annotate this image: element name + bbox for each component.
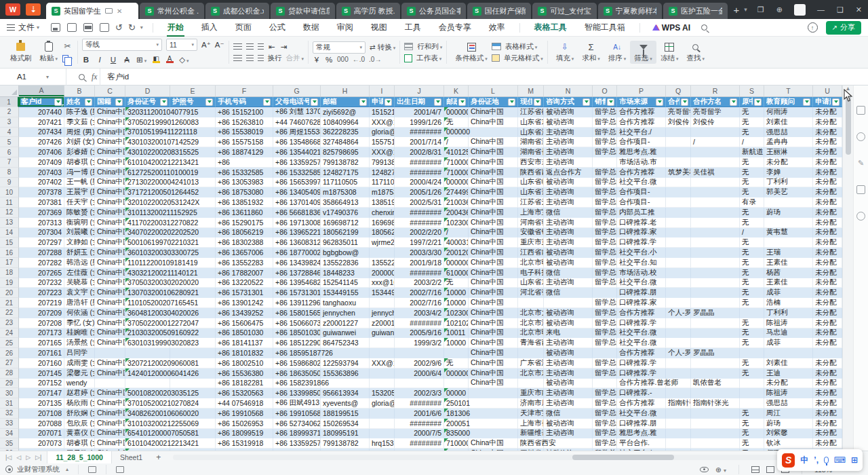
cell[interactable]: 被动咨询	[544, 248, 593, 258]
cell[interactable]: China中国	[469, 338, 518, 348]
cell[interactable]: ########	[395, 318, 444, 328]
filter-dropdown-icon[interactable]	[205, 98, 213, 106]
cell[interactable]: 留学总经办	[593, 429, 617, 439]
cell[interactable]: 合作方推荐	[617, 398, 666, 408]
row-number[interactable]: 6	[0, 147, 19, 157]
cell[interactable]: 10000	[444, 338, 469, 348]
cell[interactable]	[370, 408, 395, 419]
cell[interactable]: +44 07546918	[216, 398, 273, 408]
cell[interactable]	[691, 147, 740, 157]
cell[interactable]: +86 1360831276	[273, 238, 321, 248]
cell[interactable]: 135522836	[370, 258, 395, 268]
cell[interactable]	[691, 328, 740, 339]
cell[interactable]: 刘紫馨	[764, 429, 813, 439]
cell[interactable]: jennychen	[370, 308, 395, 318]
column-header-P[interactable]: P	[617, 86, 666, 96]
cell[interactable]: +86 18501030	[216, 328, 273, 339]
cell[interactable]: 留学总经办	[593, 318, 617, 328]
filter-dropdown-icon[interactable]	[85, 98, 92, 106]
cell[interactable]: 207223	[19, 288, 64, 298]
cell[interactable]: 未分配	[813, 419, 842, 429]
cell[interactable]: 陈敏赟 (女	[64, 208, 95, 218]
header-cell[interactable]: 市场来源	[617, 97, 666, 107]
cell[interactable]: China中国	[469, 318, 518, 328]
cell[interactable]: 153205635	[370, 388, 395, 398]
header-cell[interactable]: 姓名	[64, 97, 95, 107]
board-icon[interactable]	[88, 466, 96, 473]
cell[interactable]: +86 1877000215	[273, 248, 321, 258]
doc-tab[interactable]: S高学历 教授.xlsx	[336, 3, 401, 19]
freeze-button[interactable]: 冻结▾	[656, 41, 683, 64]
cell[interactable]: 2002/8/31	[395, 147, 444, 157]
cell[interactable]: 188199515	[321, 408, 370, 419]
cell[interactable]: 2005/1/26	[395, 187, 444, 197]
align-top-icon[interactable]	[233, 43, 242, 50]
header-cell[interactable]: 客户id	[19, 97, 64, 107]
cell[interactable]: 留学总经办	[593, 438, 617, 449]
cell[interactable]	[691, 258, 740, 268]
cell[interactable]: 刘素佳	[764, 358, 813, 368]
cell[interactable]: 被动咨询	[544, 178, 593, 188]
header-cell[interactable]: 身份证地	[469, 97, 518, 107]
cell[interactable]: 207108	[19, 408, 64, 419]
cell[interactable]	[691, 157, 740, 168]
first-sheet-icon[interactable]: |◁	[5, 454, 12, 461]
cell[interactable]: 未分配	[813, 178, 842, 188]
cell[interactable]: +86 15606475	[216, 318, 273, 328]
cell[interactable]: 来电	[544, 328, 593, 339]
cell[interactable]: 153449155	[321, 288, 370, 298]
cell[interactable]: 未分配	[813, 208, 842, 218]
cell[interactable]: 冯一博 (男	[64, 168, 95, 178]
cell[interactable]: 2001/4/7	[395, 107, 444, 117]
column-header-S[interactable]: S	[740, 86, 764, 96]
cell[interactable]: z20001227	[321, 318, 370, 328]
wps-logo-icon[interactable]: W	[5, 3, 20, 16]
cell[interactable]: 358664913	[321, 197, 370, 208]
cell[interactable]	[691, 178, 740, 188]
cell[interactable]: 207161	[19, 348, 64, 358]
cell[interactable]: 成雨雯 (女	[64, 358, 95, 368]
cell[interactable]: 207381	[19, 197, 64, 208]
cell[interactable]: 任天宇 (女	[64, 197, 95, 208]
cell[interactable]: 成菲	[764, 338, 813, 348]
add-sheet-button[interactable]: +	[151, 453, 166, 462]
cell[interactable]: 无	[444, 117, 469, 128]
cell[interactable]: China中国	[469, 298, 518, 308]
cell[interactable]: 丁利利	[764, 308, 813, 318]
cell[interactable]	[370, 298, 395, 308]
column-header-B[interactable]: B	[64, 86, 95, 96]
row-number[interactable]: 27	[0, 358, 19, 368]
avatar[interactable]	[794, 4, 806, 16]
cell[interactable]: 济南市历下	[518, 398, 544, 408]
cell[interactable]: 陈祖涛	[764, 388, 813, 398]
cell[interactable]: 主动咨询	[544, 338, 593, 348]
cell[interactable]	[691, 208, 740, 218]
cell[interactable]: China中国	[469, 228, 518, 238]
cell[interactable]: 罗晶晶	[691, 308, 740, 318]
column-header-R[interactable]: R	[691, 86, 740, 96]
cell[interactable]: 310113200211152925	[125, 208, 170, 218]
cell[interactable]	[469, 128, 518, 138]
cell[interactable]: 102102	[444, 318, 469, 328]
worksheet-button[interactable]: 工作表▾	[404, 54, 442, 63]
cell[interactable]: 207071	[19, 429, 64, 439]
cell[interactable]: China中国	[469, 258, 518, 268]
cell[interactable]: 杨欣雨 (女	[64, 398, 95, 408]
cell[interactable]: China中国	[95, 438, 125, 449]
cell[interactable]: ########	[395, 157, 444, 168]
cell[interactable]: ########	[395, 438, 444, 449]
cell[interactable]: 207426	[19, 137, 64, 147]
ime-mode-toggle[interactable]: 中	[800, 455, 808, 466]
cell[interactable]: 271302200004241013	[125, 178, 170, 188]
cell[interactable]: 未分配	[813, 338, 842, 348]
cell[interactable]: 留学总经办	[593, 419, 617, 429]
cell[interactable]: 山东省菏泽	[518, 187, 544, 197]
page-view-icon[interactable]	[766, 466, 774, 473]
cell[interactable]: 150269534	[321, 419, 370, 429]
cell[interactable]: +86 17882007	[216, 268, 273, 278]
cell[interactable]: 胡睿琪 (女	[64, 438, 95, 449]
filter-dropdown-icon[interactable]	[832, 98, 840, 106]
cell[interactable]: 未分配	[813, 438, 842, 449]
column-header-M[interactable]: M	[518, 86, 544, 96]
cell[interactable]: 2001/9/18	[395, 258, 444, 268]
